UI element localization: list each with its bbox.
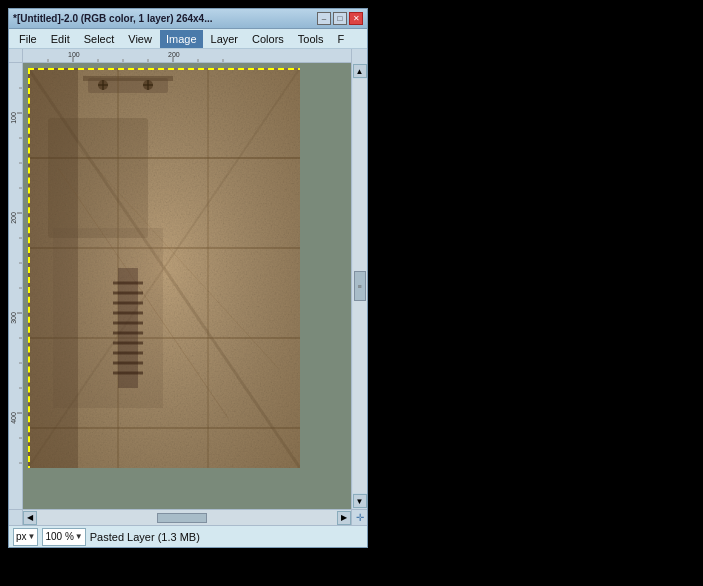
scroll-up-button[interactable]: ▲ [353,64,367,78]
ruler-corner-bl [9,510,23,526]
scroll-track-horizontal[interactable] [37,512,337,524]
minimize-button[interactable]: – [317,12,331,25]
unit-label: px [16,531,27,542]
ruler-h-ticks [23,49,351,62]
app-window: *[Untitled]-2.0 (RGB color, 1 layer) 264… [8,8,368,548]
zoom-dropdown[interactable]: ▼ [75,532,83,541]
scrollbar-vertical: ▲ ≡ ▼ [351,63,367,509]
zoom-percent-selector[interactable]: 100 % ▼ [42,528,85,546]
svg-text:200: 200 [10,212,17,224]
svg-rect-63 [28,68,300,468]
scrollbar-horizontal: ◀ ▶ [23,510,351,526]
scroll-thumb-vertical[interactable]: ≡ [354,271,366,301]
scroll-left-button[interactable]: ◀ [23,511,37,525]
horizontal-ruler: 100 200 [23,49,351,63]
close-button[interactable]: ✕ [349,12,363,25]
title-bar: *[Untitled]-2.0 (RGB color, 1 layer) 264… [9,9,367,29]
ruler-row-top: 100 200 [9,49,367,63]
ruler-v-ticks: 100 200 300 400 [9,63,23,509]
unit-dropdown[interactable]: ▼ [28,532,36,541]
menu-tools[interactable]: Tools [292,30,330,48]
svg-text:300: 300 [10,312,17,324]
status-bar: px ▼ 100 % ▼ Pasted Layer (1.3 MB) [9,525,367,547]
scroll-corner-tr [351,49,367,63]
window-title: *[Untitled]-2.0 (RGB color, 1 layer) 264… [13,13,213,24]
canvas-area: 100 200 [9,49,367,525]
svg-text:100: 100 [10,112,17,124]
canvas-viewport[interactable] [23,63,351,509]
scroll-corner-br[interactable]: ✛ [351,510,367,526]
menu-bar: File Edit Select View Image Layer Colors… [9,29,367,49]
zoom-value: 100 % [45,531,73,542]
maximize-button[interactable]: □ [333,12,347,25]
scroll-track-vertical[interactable]: ≡ [353,79,367,493]
canvas-row: 100 200 300 400 [9,63,367,509]
canvas-image[interactable] [28,68,300,468]
menu-select[interactable]: Select [78,30,121,48]
scroll-thumb-horizontal[interactable] [157,513,207,523]
title-bar-controls: – □ ✕ [317,12,363,25]
ruler-corner-tl [9,49,23,63]
scrollbar-horizontal-row: ◀ ▶ ✛ [9,509,367,525]
menu-layer[interactable]: Layer [205,30,245,48]
svg-text:400: 400 [10,412,17,424]
menu-file[interactable]: File [13,30,43,48]
layer-info: Pasted Layer (1.3 MB) [90,531,363,543]
menu-colors[interactable]: Colors [246,30,290,48]
scroll-down-button[interactable]: ▼ [353,494,367,508]
menu-image[interactable]: Image [160,30,203,48]
canvas-content [28,68,300,468]
scroll-right-button[interactable]: ▶ [337,511,351,525]
menu-f[interactable]: F [332,30,351,48]
zoom-selector[interactable]: px ▼ [13,528,38,546]
menu-edit[interactable]: Edit [45,30,76,48]
resize-icon: ✛ [356,512,364,523]
vertical-ruler: 100 200 300 400 [9,63,23,509]
menu-view[interactable]: View [122,30,158,48]
